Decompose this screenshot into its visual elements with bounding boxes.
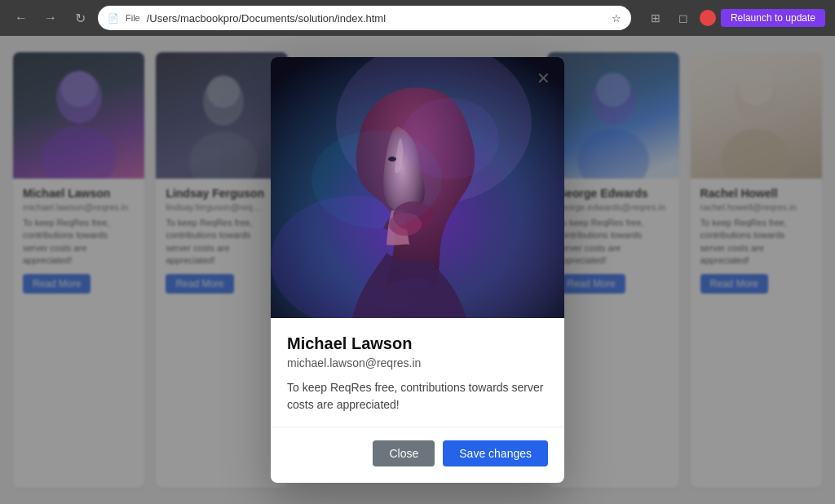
menu-button[interactable]: ●: [700, 10, 716, 26]
browser-action-buttons: ⊞ ◻ ● Relaunch to update: [644, 7, 825, 29]
modal-close-button[interactable]: ✕: [532, 67, 554, 90]
bookmark-icon: ☆: [612, 12, 621, 24]
modal-person-description: To keep ReqRes free, contributions towar…: [287, 379, 548, 413]
refresh-button[interactable]: ↻: [68, 7, 91, 29]
browser-chrome: ← → ↻ 📄 File /Users/macbookpro/Documents…: [0, 0, 835, 36]
portrait-svg: [271, 57, 564, 318]
modal-overlay: ✕: [0, 36, 835, 504]
svg-point-19: [401, 98, 499, 179]
profile-button[interactable]: ◻: [672, 7, 695, 29]
modal-close-btn[interactable]: Close: [373, 440, 435, 466]
file-label: File: [126, 13, 140, 23]
modal-footer: Close Save changes: [271, 427, 564, 483]
extensions-button[interactable]: ⊞: [644, 7, 667, 29]
forward-button[interactable]: →: [39, 7, 62, 29]
address-bar[interactable]: 📄 File /Users/macbookpro/Documents/solut…: [98, 6, 631, 30]
url-text: /Users/macbookpro/Documents/solution/ind…: [147, 12, 605, 24]
modal-person-email: michael.lawson@reqres.in: [287, 356, 548, 369]
close-x-icon: ✕: [537, 69, 550, 88]
back-button[interactable]: ←: [10, 7, 33, 29]
modal-save-btn[interactable]: Save changes: [443, 440, 548, 466]
modal-dialog: ✕: [271, 57, 564, 483]
file-icon: 📄: [108, 13, 119, 24]
relaunch-button[interactable]: Relaunch to update: [721, 9, 825, 27]
page-content: Michael Lawson michael.lawson@reqres.in …: [0, 36, 835, 504]
modal-person-name: Michael Lawson: [287, 334, 548, 353]
modal-portrait-area: [271, 57, 564, 318]
modal-body: Michael Lawson michael.lawson@reqres.in …: [271, 318, 564, 413]
